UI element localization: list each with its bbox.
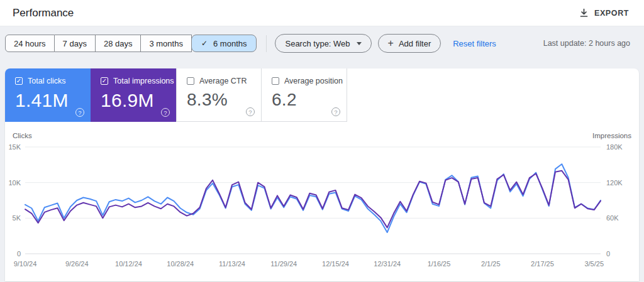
total-impressions-value: 16.9M [101, 90, 170, 111]
caret-down-icon [357, 42, 362, 45]
svg-text:11/13/24: 11/13/24 [219, 260, 245, 268]
date-range-6-months-label: 6 months [213, 39, 247, 48]
download-icon [579, 8, 589, 18]
svg-text:9/10/24: 9/10/24 [14, 260, 37, 268]
average-position-value: 6.2 [272, 90, 340, 110]
search-type-dropdown[interactable]: Search type: Web [275, 34, 371, 53]
svg-text:2/17/25: 2/17/25 [531, 260, 554, 268]
check-icon: ✓ [201, 39, 208, 48]
svg-text:1/16/25: 1/16/25 [428, 260, 451, 268]
svg-text:60K: 60K [606, 214, 619, 222]
average-position-label: Average position [284, 77, 343, 85]
filter-bar: 24 hours 7 days 28 days 3 months ✓ 6 mon… [0, 26, 644, 60]
metric-cards-row: ✓ Total clicks 1.41M ? ✓ Total impressio… [5, 68, 639, 122]
svg-text:5K: 5K [13, 214, 21, 222]
clicks-impressions-line-chart[interactable]: ClicksImpressions005K60K10K120K15K180K9/… [5, 128, 639, 281]
page-title: Performance [13, 7, 74, 19]
date-range-24-hours[interactable]: 24 hours [5, 35, 55, 52]
svg-text:9/26/24: 9/26/24 [65, 260, 89, 268]
filter-divider [266, 35, 267, 52]
date-range-28-days[interactable]: 28 days [96, 35, 142, 52]
reset-filters-link[interactable]: Reset filters [453, 39, 496, 48]
date-range-7-days[interactable]: 7 days [55, 35, 96, 52]
date-range-6-months[interactable]: ✓ 6 months [191, 35, 257, 52]
total-clicks-label: Total clicks [28, 77, 65, 85]
svg-text:3/5/25: 3/5/25 [584, 260, 604, 268]
total-impressions-card[interactable]: ✓ Total impressions 16.9M ? [91, 68, 176, 122]
performance-panel: ✓ Total clicks 1.41M ? ✓ Total impressio… [5, 68, 639, 281]
svg-text:2/1/25: 2/1/25 [481, 260, 501, 268]
svg-text:10/12/24: 10/12/24 [115, 260, 142, 268]
average-ctr-label: Average CTR [199, 77, 247, 85]
total-impressions-label: Total impressions [113, 77, 174, 85]
top-bar: Performance EXPORT [0, 0, 644, 26]
svg-text:0: 0 [606, 250, 610, 258]
average-ctr-card[interactable]: Average CTR 8.3% ? [176, 68, 262, 122]
svg-text:Impressions: Impressions [592, 132, 631, 139]
svg-text:15K: 15K [8, 143, 21, 151]
average-ctr-checkbox[interactable] [187, 77, 194, 85]
export-label: EXPORT [594, 9, 629, 18]
svg-text:10K: 10K [8, 179, 21, 187]
help-icon[interactable]: ? [331, 107, 340, 116]
svg-text:180K: 180K [606, 143, 623, 151]
date-range-3-months[interactable]: 3 months [141, 35, 191, 52]
plus-icon: + [388, 38, 394, 48]
total-clicks-value: 1.41M [15, 90, 84, 111]
performance-chart[interactable]: ClicksImpressions005K60K10K120K15K180K9/… [5, 128, 639, 281]
export-button[interactable]: EXPORT [578, 6, 630, 20]
svg-text:11/29/24: 11/29/24 [270, 260, 297, 268]
help-icon[interactable]: ? [246, 107, 255, 116]
help-icon[interactable]: ? [75, 108, 84, 117]
svg-text:120K: 120K [606, 179, 623, 187]
svg-text:10/28/24: 10/28/24 [167, 260, 194, 268]
search-type-label: Search type: Web [285, 39, 350, 48]
date-range-group: 24 hours 7 days 28 days 3 months ✓ 6 mon… [5, 35, 257, 52]
svg-text:0: 0 [17, 250, 21, 258]
average-position-checkbox[interactable] [272, 77, 279, 85]
help-icon[interactable]: ? [161, 108, 170, 117]
total-clicks-card[interactable]: ✓ Total clicks 1.41M ? [5, 68, 91, 122]
svg-text:12/31/24: 12/31/24 [374, 260, 401, 268]
svg-text:12/15/24: 12/15/24 [322, 260, 349, 268]
last-update-text: Last update: 2 hours ago [543, 39, 630, 48]
add-filter-button[interactable]: + Add filter [378, 34, 441, 53]
add-filter-label: Add filter [399, 39, 431, 48]
total-impressions-checkbox[interactable]: ✓ [101, 77, 108, 85]
average-ctr-value: 8.3% [187, 90, 255, 110]
average-position-card[interactable]: Average position 6.2 ? [262, 68, 347, 122]
svg-text:Clicks: Clicks [13, 132, 32, 139]
total-clicks-checkbox[interactable]: ✓ [15, 77, 23, 85]
